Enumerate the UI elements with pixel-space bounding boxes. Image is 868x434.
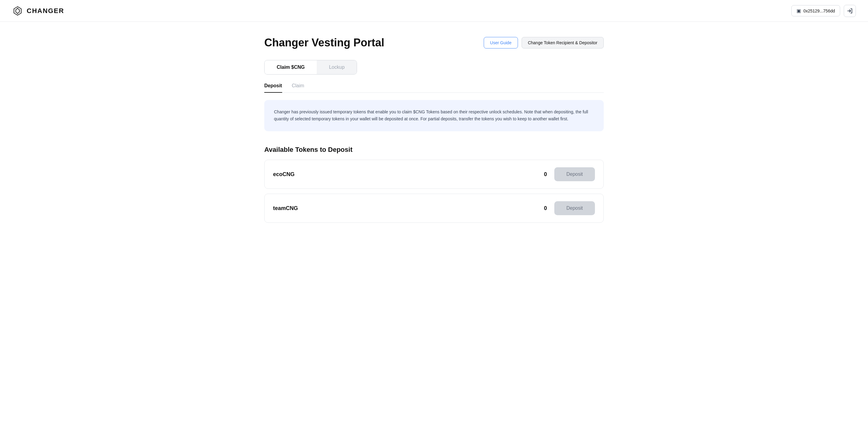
token-row-right: 0 Deposit: [544, 201, 595, 215]
change-recipient-button[interactable]: Change Token Recipient & Depositor: [522, 37, 604, 49]
page-title: Changer Vesting Portal: [264, 36, 384, 49]
token-row-right: 0 Deposit: [544, 167, 595, 181]
section-title: Available Tokens to Deposit: [264, 146, 604, 154]
token-amount-ecocng: 0: [544, 171, 547, 178]
sub-tabs: Deposit Claim: [264, 83, 604, 93]
token-name-ecocng: ecoCNG: [273, 171, 294, 178]
page-header: Changer Vesting Portal User Guide Change…: [264, 36, 604, 49]
tab-deposit[interactable]: Deposit: [264, 83, 282, 93]
main-content: Changer Vesting Portal User Guide Change…: [252, 22, 616, 237]
header-right: ▣ 0x25129...756dd: [791, 5, 856, 17]
page-actions: User Guide Change Token Recipient & Depo…: [484, 37, 604, 49]
toggle-group: Claim $CNG Lockup: [264, 60, 357, 74]
token-row: teamCNG 0 Deposit: [264, 194, 604, 223]
logo-text: CHANGER: [27, 7, 64, 15]
logout-icon: [847, 8, 853, 14]
wallet-badge[interactable]: ▣ 0x25129...756dd: [791, 5, 840, 17]
token-amount-teamcng: 0: [544, 205, 547, 212]
token-name-teamcng: teamCNG: [273, 205, 298, 212]
logout-button[interactable]: [844, 5, 856, 17]
token-row: ecoCNG 0 Deposit: [264, 160, 604, 189]
user-guide-button[interactable]: User Guide: [484, 37, 518, 49]
deposit-button-teamcng[interactable]: Deposit: [554, 201, 595, 215]
lockup-toggle[interactable]: Lockup: [317, 60, 357, 74]
header: CHANGER ▣ 0x25129...756dd: [0, 0, 868, 22]
changer-logo-icon: [12, 5, 23, 17]
logo-area: CHANGER: [12, 5, 64, 17]
info-text: Changer has previously issued temporary …: [274, 108, 594, 123]
deposit-button-ecocng[interactable]: Deposit: [554, 167, 595, 181]
info-box: Changer has previously issued temporary …: [264, 100, 604, 131]
wallet-address: 0x25129...756dd: [803, 8, 835, 13]
wallet-icon: ▣: [797, 8, 801, 13]
claim-cng-toggle[interactable]: Claim $CNG: [265, 60, 317, 74]
token-list: ecoCNG 0 Deposit teamCNG 0 Deposit: [264, 160, 604, 223]
tab-claim[interactable]: Claim: [292, 83, 304, 92]
